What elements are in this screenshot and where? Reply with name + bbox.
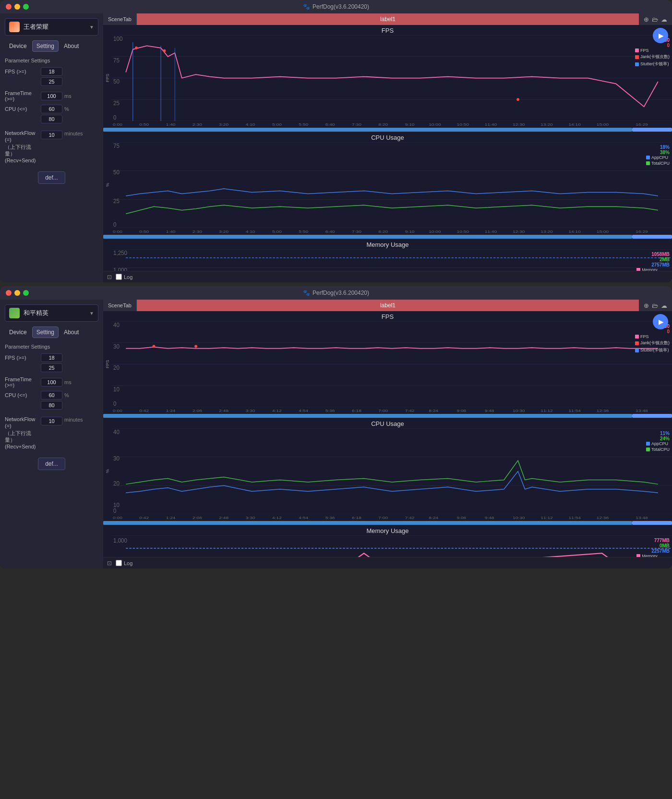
scene-label1-1[interactable]: label1	[137, 13, 639, 25]
location-icon-2[interactable]: ⊕	[644, 302, 649, 309]
cpu-scrollbar-1[interactable]	[103, 235, 672, 239]
svg-text:13:48: 13:48	[636, 516, 648, 520]
log-check-input-1[interactable]	[116, 274, 122, 280]
tab-about-2[interactable]: About	[60, 327, 83, 338]
cpu-label-1: CPU (<=)	[5, 106, 41, 112]
frametime-unit-2: ms	[64, 379, 72, 385]
fps-y-axis-2: FPS	[103, 321, 112, 407]
fps-input2-1[interactable]	[41, 77, 62, 86]
fps-input1-2[interactable]	[41, 353, 62, 362]
cloud-icon-1[interactable]: ☁	[661, 16, 667, 23]
cpu-input1-2[interactable]	[41, 391, 62, 400]
cpu-param-row-1: CPU (<=) %	[5, 105, 98, 113]
collapse-icon-2[interactable]: ⊡	[107, 560, 112, 567]
fps-scrollbar-1[interactable]	[103, 128, 672, 132]
svg-point-103	[153, 345, 156, 348]
collapse-icon-1[interactable]: ⊡	[107, 274, 112, 280]
traffic-lights-1	[6, 4, 29, 10]
network-input-2[interactable]	[41, 417, 62, 425]
svg-text:11:12: 11:12	[540, 409, 553, 413]
svg-text:8:20: 8:20	[378, 123, 388, 127]
fps-chart-2: FPS FPS 40 30 20	[103, 311, 672, 418]
svg-text:11:40: 11:40	[485, 230, 497, 234]
app-body-2: 和平精英 ▼ Device Setting About Parameter Se…	[0, 300, 672, 569]
tab-setting-2[interactable]: Setting	[32, 327, 59, 338]
svg-text:2:06: 2:06	[192, 516, 202, 520]
svg-text:3:30: 3:30	[246, 516, 255, 520]
svg-text:25: 25	[113, 100, 120, 107]
network-unit-2: minutes	[64, 417, 83, 423]
maximize-button[interactable]	[23, 4, 29, 10]
svg-text:50: 50	[113, 78, 120, 85]
fps-y-axis-1: FPS	[103, 35, 112, 121]
minimize-button[interactable]	[14, 4, 20, 10]
memory-svg-container-1: 1,250 1,000 750 500 250 0	[112, 249, 672, 271]
cpu-input1-1[interactable]	[41, 105, 62, 113]
cpu-scrollbar-2[interactable]	[103, 521, 672, 525]
cpu-param-row2-1	[5, 115, 98, 123]
scene-label1-2[interactable]: label1	[137, 300, 639, 311]
fps-scrollbar-2[interactable]	[103, 414, 672, 418]
cloud-icon-2[interactable]: ☁	[661, 302, 667, 309]
minimize-button-2[interactable]	[14, 290, 20, 296]
close-button-2[interactable]	[6, 290, 12, 296]
network-label-2b: （上下行流量）	[5, 430, 41, 444]
svg-text:0: 0	[113, 400, 117, 407]
fps-param-row2-1	[5, 77, 98, 86]
svg-text:0:00: 0:00	[113, 409, 122, 413]
network-label-1: NetworkFlow (=)	[5, 130, 41, 144]
def-button-1[interactable]: def...	[38, 171, 65, 184]
cpu-legend-1: 18% 38% AppCPU TotalCPU	[646, 145, 670, 167]
fps-input1-1[interactable]	[41, 67, 62, 76]
log-checkbox-1[interactable]: Log	[116, 274, 132, 280]
frametime-input-1[interactable]	[41, 92, 62, 100]
play-button-2[interactable]: ▶	[653, 314, 668, 329]
dropdown-arrow-2: ▼	[89, 311, 94, 316]
cpu-y-axis-1: %	[103, 142, 112, 228]
cpu-input2-1[interactable]	[41, 115, 62, 123]
close-button[interactable]	[6, 4, 12, 10]
chart-area-1: SceneTab label1 ⊕ 🗁 ☁ ▶ FPS FPS	[103, 13, 672, 282]
cpu-input2-2[interactable]	[41, 401, 62, 410]
param-title-1: Parameter Settings	[5, 58, 98, 63]
svg-text:9:10: 9:10	[405, 123, 415, 127]
maximize-button-2[interactable]	[23, 290, 29, 296]
location-icon-1[interactable]: ⊕	[644, 16, 649, 23]
log-checkbox-2[interactable]: Log	[116, 560, 132, 566]
svg-text:100: 100	[113, 36, 123, 42]
svg-text:2:06: 2:06	[192, 409, 202, 413]
folder-icon-2[interactable]: 🗁	[652, 302, 658, 309]
svg-text:2:48: 2:48	[219, 516, 228, 520]
svg-text:6:18: 6:18	[352, 409, 361, 413]
game-icon-2	[9, 308, 20, 318]
fps-svg-container-2: 40 30 20 10 0	[112, 321, 672, 407]
frametime-input-2[interactable]	[41, 378, 62, 387]
svg-text:6:18: 6:18	[352, 516, 361, 520]
svg-text:9:06: 9:06	[456, 516, 466, 520]
svg-text:5:00: 5:00	[272, 123, 282, 127]
svg-text:0:00: 0:00	[113, 516, 122, 520]
fps-input2-2[interactable]	[41, 363, 62, 372]
scene-tab-label-1[interactable]: SceneTab	[103, 13, 137, 25]
log-check-input-2[interactable]	[116, 560, 122, 566]
game-selector-1[interactable]: 王者荣耀 ▼	[5, 18, 98, 36]
network-input-1[interactable]	[41, 131, 62, 139]
memory-chart-2: Memory Usage MB 1,000 750	[103, 525, 672, 557]
def-button-2[interactable]: def...	[38, 458, 65, 470]
tab-device-1[interactable]: Device	[5, 40, 31, 52]
svg-text:6:40: 6:40	[325, 123, 335, 127]
svg-text:1,250: 1,250	[113, 250, 128, 256]
tab-device-2[interactable]: Device	[5, 327, 31, 338]
scene-tab-label-2[interactable]: SceneTab	[103, 300, 137, 311]
svg-text:8:24: 8:24	[429, 516, 438, 520]
tab-about-1[interactable]: About	[60, 40, 83, 52]
svg-text:0:42: 0:42	[139, 516, 149, 520]
frametime-label-2: FrameTime (>=)	[5, 376, 41, 388]
game-selector-2[interactable]: 和平精英 ▼	[5, 304, 98, 322]
svg-text:40: 40	[113, 322, 120, 328]
svg-text:4:54: 4:54	[299, 409, 308, 413]
folder-icon-1[interactable]: 🗁	[652, 16, 658, 23]
tab-setting-1[interactable]: Setting	[32, 40, 59, 52]
cpu-param-row-2: CPU (<=) %	[5, 391, 98, 400]
play-button-1[interactable]: ▶	[653, 28, 668, 43]
